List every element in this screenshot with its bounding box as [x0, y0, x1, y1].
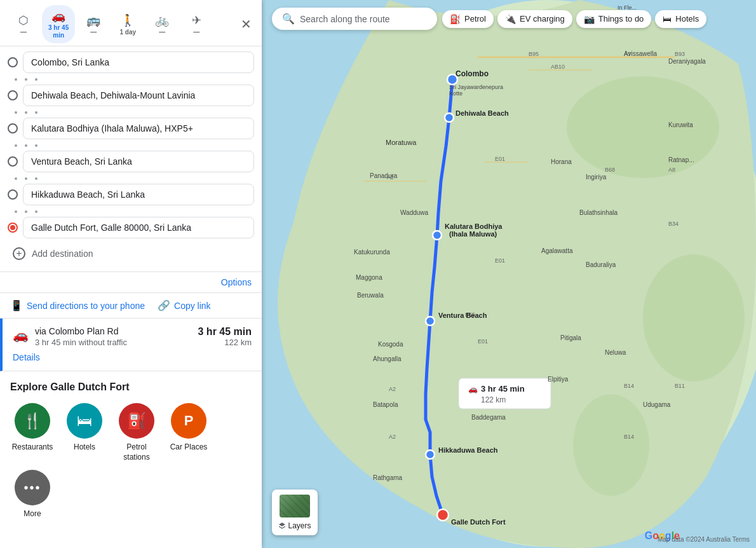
connector-4 — [8, 175, 254, 182]
connector-dot — [35, 210, 37, 213]
svg-text:Sri Jayawardenepura: Sri Jayawardenepura — [449, 84, 503, 90]
hotels-icon: 🛏 — [77, 412, 92, 430]
svg-text:E01: E01 — [495, 257, 505, 264]
svg-text:AB10: AB10 — [551, 64, 565, 70]
route-subtext: 3 hr 45 min without traffic — [35, 338, 192, 347]
transport-mode-transit[interactable]: 🚌 — — [78, 10, 109, 39]
petrol-chip-icon: ⛽ — [450, 14, 461, 24]
connector-dot — [25, 177, 27, 180]
map-search-bar: 🔍 Search along the route ⛽ Petrol 🔌 EV c… — [272, 8, 746, 30]
transport-mode-walk[interactable]: 🚶 1 day — [112, 10, 144, 39]
waypoint-dot-3 — [8, 123, 18, 134]
connector-dot — [35, 144, 37, 147]
map-background: B95 A7 B93 AB10 E01 A2 B68 A8 B34 E01 B5… — [262, 0, 756, 548]
svg-text:Bulathsinhala: Bulathsinhala — [579, 209, 618, 216]
transport-mode-fly[interactable]: ✈ — — [180, 10, 212, 39]
svg-text:Dehiwala Beach: Dehiwala Beach — [456, 109, 509, 117]
connector-dot — [25, 144, 27, 147]
svg-text:Ingiriya: Ingiriya — [586, 174, 607, 181]
layers-label-row: Layers — [278, 521, 311, 530]
hotels-chip-label: Hotels — [675, 14, 699, 24]
waypoint-row-5 — [8, 184, 254, 205]
details-link[interactable]: Details — [13, 352, 40, 362]
route-card: 🚗 via Colombo Plan Rd 3 hr 45 min withou… — [0, 319, 262, 371]
explore-item-restaurants[interactable]: 🍴 Restaurants — [10, 403, 55, 462]
transport-mode-cycle[interactable]: 🚲 — — [146, 10, 178, 39]
send-directions-link[interactable]: 📱 Send directions to your phone — [10, 299, 145, 312]
svg-point-29 — [426, 317, 435, 325]
route-name: via Colombo Plan Rd — [35, 326, 192, 336]
close-button[interactable]: ✕ — [238, 14, 254, 34]
explore-item-car-places[interactable]: P Car Places — [166, 403, 211, 462]
transport-mode-drive[interactable]: 🚗 3 hr 45min — [42, 5, 75, 43]
map-filter-chips: ⛽ Petrol 🔌 EV charging 📷 Things to do 🛏 … — [442, 10, 706, 28]
ev-chip-icon: 🔌 — [505, 14, 516, 24]
svg-text:Deraniyagala: Deraniyagala — [668, 58, 706, 65]
route-time-block: 3 hr 45 min 122 km — [198, 326, 252, 347]
svg-text:B68: B68 — [605, 167, 615, 173]
waypoint-input-3[interactable] — [23, 118, 254, 139]
svg-text:B93: B93 — [675, 51, 685, 57]
svg-text:Colombo: Colombo — [456, 69, 489, 78]
connector-2 — [8, 109, 254, 116]
svg-text:Ratnap...: Ratnap... — [668, 156, 694, 163]
svg-text:Galle Dutch Fort: Galle Dutch Fort — [451, 518, 506, 526]
waypoint-input-1[interactable] — [23, 51, 254, 73]
explore-item-more[interactable]: ••• More — [10, 470, 55, 519]
route-time: 3 hr 45 min — [198, 326, 252, 338]
more-label: More — [24, 509, 41, 519]
svg-text:Kalutara Bodhiya: Kalutara Bodhiya — [445, 223, 503, 230]
connector-dot — [35, 78, 37, 81]
svg-text:Hikkaduwa Beach: Hikkaduwa Beach — [438, 446, 498, 454]
link-icon: 🔗 — [158, 299, 170, 312]
layers-thumbnail — [280, 495, 310, 517]
add-destination-button[interactable]: + Add destination — [8, 241, 254, 266]
explore-title: Explore Galle Dutch Fort — [10, 381, 252, 393]
hotels-label: Hotels — [74, 442, 95, 453]
connector-dot — [15, 144, 17, 147]
waypoint-input-4[interactable] — [23, 151, 254, 172]
cycle-icon: 🚲 — [155, 13, 169, 27]
filter-chip-petrol[interactable]: ⛽ Petrol — [442, 10, 494, 28]
more-icon: ••• — [24, 481, 41, 495]
fly-icon: ✈ — [192, 13, 201, 27]
waypoint-input-6[interactable] — [23, 217, 254, 238]
svg-text:Avissawella: Avissawella — [624, 50, 657, 57]
search-input-wrap[interactable]: 🔍 Search along the route — [272, 8, 437, 30]
explore-item-hotels[interactable]: 🛏 Hotels — [62, 403, 107, 462]
car-icon: 🚗 — [51, 9, 65, 23]
svg-text:Kosgoda: Kosgoda — [378, 341, 403, 348]
svg-text:Pitigala: Pitigala — [560, 334, 581, 341]
waypoint-input-5[interactable] — [23, 184, 254, 205]
walking-a-icon: ⬡ — [18, 13, 29, 27]
waypoints-section: + Add destination — [0, 46, 262, 272]
svg-text:Ventura Beach: Ventura Beach — [438, 312, 487, 319]
add-destination-label: Add destination — [32, 249, 93, 259]
svg-text:A8: A8 — [668, 167, 675, 173]
svg-text:Maggona: Maggona — [356, 274, 382, 281]
map-data-text: Map data ©2024 Australia Terms — [658, 536, 750, 543]
car-places-label: Car Places — [170, 442, 208, 453]
explore-section: Explore Galle Dutch Fort 🍴 Restaurants 🛏… — [0, 371, 262, 548]
copy-link-link[interactable]: 🔗 Copy link — [158, 299, 211, 312]
svg-text:(Ihala Maluwa): (Ihala Maluwa) — [449, 230, 497, 238]
svg-point-28 — [433, 231, 442, 240]
filter-chip-things[interactable]: 📷 Things to do — [576, 10, 652, 28]
filter-chip-ev[interactable]: 🔌 EV charging — [497, 10, 572, 28]
waypoint-row-6 — [8, 217, 254, 238]
car-places-icon: P — [184, 413, 194, 429]
svg-point-27 — [445, 113, 454, 122]
waypoint-input-2[interactable] — [23, 85, 254, 106]
svg-text:Elpitiya: Elpitiya — [548, 376, 569, 383]
transport-mode-walking-a[interactable]: ⬡ — — [8, 10, 39, 39]
connector-5 — [8, 208, 254, 216]
layers-button[interactable]: Layers — [272, 490, 318, 535]
connector-dot — [15, 210, 17, 213]
svg-text:Panadura: Panadura — [370, 172, 398, 179]
svg-text:A2: A2 — [389, 434, 396, 440]
explore-item-petrol[interactable]: ⛽ Petrol stations — [114, 403, 159, 462]
options-button[interactable]: Options — [221, 277, 252, 287]
filter-chip-hotels[interactable]: 🛏 Hotels — [655, 10, 706, 28]
svg-text:Udugama: Udugama — [643, 401, 671, 408]
options-bar: Options — [0, 272, 262, 293]
